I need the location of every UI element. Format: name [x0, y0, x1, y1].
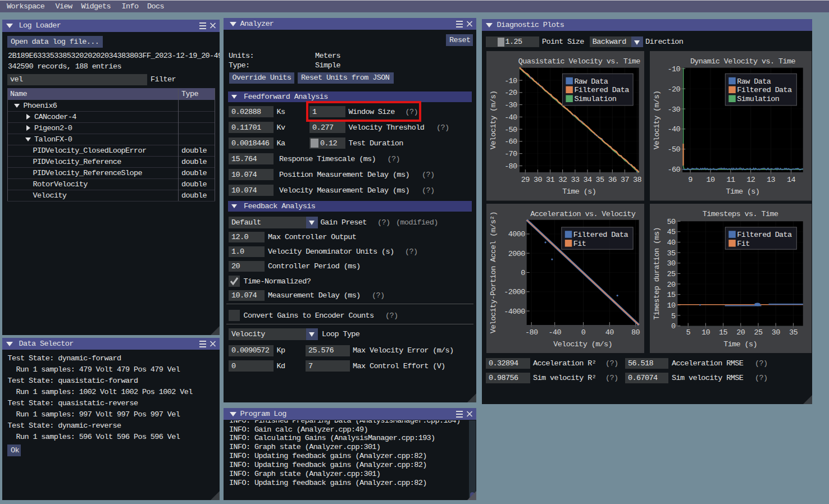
svg-text:9: 9 [688, 176, 693, 184]
svg-text:14: 14 [787, 176, 795, 184]
svg-text:-10: -10 [667, 65, 680, 74]
svg-text:-40: -40 [548, 328, 561, 337]
svg-text:Velocity (m/s): Velocity (m/s) [489, 91, 498, 150]
svg-text:Filtered Data: Filtered Data [737, 86, 792, 94]
svg-text:-40: -40 [667, 125, 680, 134]
svg-text:30: 30 [771, 328, 780, 337]
svg-text:20: 20 [667, 281, 675, 289]
svg-text:45: 45 [667, 228, 675, 236]
svg-text:Time (s): Time (s) [562, 187, 596, 196]
svg-text:Filtered Data: Filtered Data [737, 231, 792, 239]
svg-text:10: 10 [667, 301, 675, 310]
svg-text:Time (s): Time (s) [726, 187, 759, 196]
svg-text:Quasistatic Velocity vs. Time: Quasistatic Velocity vs. Time [518, 57, 640, 66]
svg-text:-50: -50 [504, 126, 517, 134]
svg-text:25: 25 [754, 328, 762, 337]
svg-text:15: 15 [667, 291, 675, 299]
svg-text:30: 30 [533, 176, 541, 184]
svg-text:-60: -60 [504, 138, 517, 146]
svg-text:0: 0 [671, 322, 676, 331]
svg-text:33: 33 [571, 176, 579, 184]
svg-text:-80: -80 [525, 328, 538, 337]
svg-text:Velocity (m/s): Velocity (m/s) [653, 91, 661, 150]
svg-text:-4000: -4000 [504, 308, 525, 316]
svg-text:-20: -20 [667, 85, 680, 94]
svg-text:40: 40 [605, 328, 613, 337]
svg-text:15: 15 [719, 328, 727, 337]
svg-text:80: 80 [631, 328, 640, 337]
svg-text:Filtered Data: Filtered Data [573, 231, 628, 239]
svg-text:36: 36 [608, 176, 616, 184]
svg-text:2000: 2000 [508, 250, 525, 258]
svg-text:-40: -40 [504, 113, 517, 122]
svg-text:31: 31 [546, 176, 554, 184]
svg-text:4000: 4000 [508, 230, 525, 239]
svg-text:Timestep duration (ms): Timestep duration (ms) [653, 227, 661, 320]
svg-text:35: 35 [595, 176, 604, 184]
svg-text:Raw Data: Raw Data [737, 77, 771, 86]
svg-text:-80: -80 [504, 162, 517, 171]
svg-text:10: 10 [706, 176, 714, 184]
svg-text:30: 30 [667, 259, 675, 268]
svg-text:Velocity (m/s): Velocity (m/s) [553, 340, 612, 349]
svg-text:25: 25 [667, 270, 675, 278]
svg-text:40: 40 [667, 239, 675, 247]
svg-text:-30: -30 [667, 106, 680, 114]
svg-text:Dynamic Velocity vs. Time: Dynamic Velocity vs. Time [690, 57, 795, 66]
svg-text:34: 34 [583, 176, 591, 184]
svg-text:Timesteps vs. Time: Timesteps vs. Time [702, 210, 778, 218]
svg-text:-50: -50 [667, 145, 680, 154]
svg-text:-60: -60 [667, 166, 680, 174]
svg-text:12: 12 [746, 176, 755, 184]
svg-text:Raw Data: Raw Data [574, 77, 608, 86]
svg-text:50: 50 [667, 218, 675, 226]
svg-text:Simulation: Simulation [737, 95, 779, 103]
svg-text:Fit: Fit [573, 240, 585, 248]
svg-text:-30: -30 [504, 101, 517, 109]
svg-text:Filtered Data: Filtered Data [574, 86, 629, 94]
svg-text:35: 35 [667, 249, 675, 258]
svg-text:Fit: Fit [737, 240, 749, 248]
svg-text:-70: -70 [504, 150, 517, 158]
svg-text:-20: -20 [504, 89, 517, 97]
svg-text:Simulation: Simulation [574, 95, 616, 103]
svg-text:37: 37 [620, 176, 628, 184]
svg-text:11: 11 [726, 176, 735, 184]
svg-text:20: 20 [736, 328, 745, 337]
svg-text:5: 5 [671, 312, 676, 320]
svg-text:10: 10 [701, 328, 709, 337]
svg-text:35: 35 [789, 328, 797, 337]
svg-text:32: 32 [558, 176, 567, 184]
svg-text:13: 13 [767, 176, 775, 184]
svg-text:29: 29 [521, 176, 529, 184]
svg-text:38: 38 [633, 176, 641, 184]
svg-text:0: 0 [581, 328, 585, 337]
svg-text:Time (s): Time (s) [723, 340, 757, 349]
svg-text:Velocity-Portion Accel (m/s²): Velocity-Portion Accel (m/s²) [489, 212, 498, 333]
svg-text:-10: -10 [504, 77, 517, 85]
svg-text:5: 5 [686, 328, 690, 337]
svg-text:-2000: -2000 [504, 288, 525, 296]
svg-text:Acceleration vs. Velocity: Acceleration vs. Velocity [530, 210, 636, 218]
svg-text:0: 0 [521, 269, 525, 277]
